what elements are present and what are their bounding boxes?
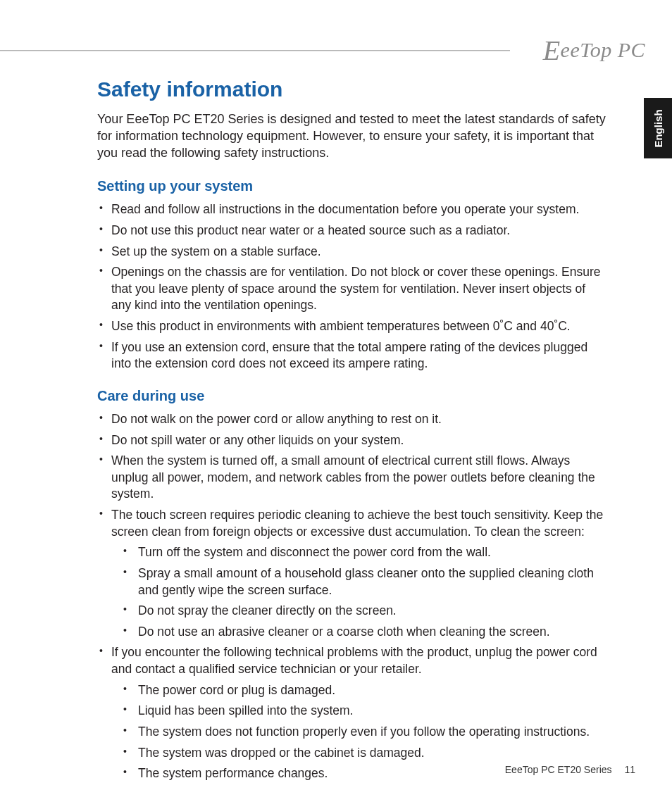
- page-title: Safety information: [97, 77, 609, 101]
- page-footer: EeeTop PC ET20 Series 11: [505, 764, 635, 775]
- section-heading: Setting up your system: [97, 178, 609, 194]
- list-item: The touch screen requires periodic clean…: [97, 507, 609, 640]
- page-number: 11: [624, 764, 635, 775]
- list-item: Use this product in environments with am…: [97, 318, 609, 335]
- intro-paragraph: Your EeeTop PC ET20 Series is designed a…: [97, 111, 609, 161]
- list-item: Do not walk on the power cord or allow a…: [97, 411, 609, 428]
- brand-text: eeTop PC: [561, 38, 645, 61]
- list-item: Set up the system on a stable surface.: [97, 244, 609, 261]
- list-item: If you use an extension cord, ensure tha…: [97, 339, 609, 372]
- list-item: Openings on the chassis are for ventilat…: [97, 264, 609, 314]
- list-item: If you encounter the following technical…: [97, 644, 609, 782]
- list-item: The system does not function properly ev…: [111, 724, 609, 741]
- page-content: Safety information Your EeeTop PC ET20 S…: [97, 77, 609, 798]
- list-item: Turn off the system and disconnect the p…: [111, 544, 609, 561]
- list-item: Do not use an abrasive cleaner or a coar…: [111, 624, 609, 641]
- sub-list: Turn off the system and disconnect the p…: [111, 544, 609, 640]
- list-item-text: If you encounter the following technical…: [111, 645, 597, 676]
- list-item: Do not spray the cleaner directly on the…: [111, 603, 609, 620]
- brand-logo: EeeTop PC: [543, 34, 645, 67]
- list-item: Spray a small amount of a household glas…: [111, 565, 609, 598]
- language-tab: English: [644, 98, 672, 158]
- list-item: The system was dropped or the cabinet is…: [111, 745, 609, 762]
- section-list: Do not walk on the power cord or allow a…: [97, 411, 609, 782]
- list-item: Liquid has been spilled into the system.: [111, 703, 609, 720]
- list-item: Do not spill water or any other liquids …: [97, 432, 609, 449]
- section-heading: Care during use: [97, 388, 609, 404]
- list-item: Read and follow all instructions in the …: [97, 201, 609, 218]
- footer-series: EeeTop PC ET20 Series: [505, 764, 612, 775]
- section-list: Read and follow all instructions in the …: [97, 201, 609, 372]
- header-divider: [0, 50, 510, 51]
- language-label: English: [652, 109, 664, 147]
- list-item: The power cord or plug is damaged.: [111, 682, 609, 699]
- list-item-text: The touch screen requires periodic clean…: [111, 508, 603, 539]
- list-item: Do not use this product near water or a …: [97, 222, 609, 239]
- list-item: When the system is turned off, a small a…: [97, 453, 609, 503]
